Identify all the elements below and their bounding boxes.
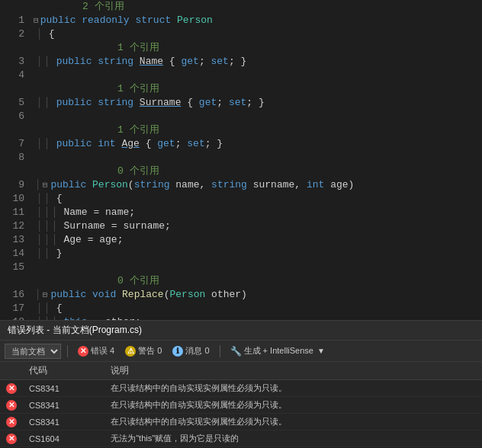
message-filter-btn[interactable]: ℹ 消息 0 [169,344,213,358]
hint-line: 1 个引用 [34,123,482,137]
code-line [34,69,482,82]
error-row[interactable]: ✕CS1604无法为"this"赋值，因为它是只读的 [0,430,482,447]
error-toolbar: 当前文档 ✕ 错误 4 ⚠ 警告 0 ℹ 消息 0 🔧 生成 + Intelli… [0,341,482,362]
code-line [34,110,482,123]
kw-public: public [40,14,82,27]
code-content: 2 个引用 ⊟ public readonly struct Person │{… [31,0,482,320]
error-code-cell: CS8341 [23,397,104,414]
code-line: │││Surname = surname; [34,219,482,233]
error-row[interactable]: ✕CS8341在只读结构中的自动实现实例属性必须为只读。 [0,380,482,397]
error-code-cell: CS1604 [23,430,104,447]
build-dropdown-icon: ▼ [317,347,325,355]
col-icon [0,362,23,380]
code-line: │⊟public void Replace(Person other) [34,288,482,302]
code-line: ││{ [34,192,482,206]
code-line: ││public string Surname { get; set; } [34,96,482,110]
code-line: │⊟public Person(string name, string surn… [34,178,482,192]
col-extra [467,362,482,380]
hint-line: 1 个引用 [34,41,482,55]
collapse-icon2[interactable]: ⊟ [41,178,48,192]
code-line: │{ [34,27,482,41]
code-line: │││this = other; [34,315,482,320]
error-msg-cell: 无法为"this"赋值，因为它是只读的 [104,430,467,447]
code-line [34,261,482,274]
code-line: ││public string Name { get; set; } [34,55,482,69]
error-extra-cell [467,414,482,430]
error-row[interactable]: ✕CS8341在只读结构中的自动实现实例属性必须为只读。 [0,397,482,414]
divider2 [220,345,220,357]
type-person: Person [177,14,213,27]
code-line [34,151,482,165]
code-line: │││Age = age; [34,233,482,247]
code-line: │││Name = name; [34,206,482,219]
code-editor: 1 2 3 4 5 6 7 8 9 10 11 12 13 14 15 16 1… [0,0,482,320]
message-icon-btn: ℹ [172,346,183,357]
collapse-icon3[interactable]: ⊟ [41,288,48,302]
error-type-icon: ✕ [6,417,17,427]
error-icon-btn: ✕ [78,346,88,357]
collapse-icon[interactable]: ⊟ [34,14,39,27]
hint-line: 1 个引用 [34,82,482,96]
error-panel: 错误列表 - 当前文档(Program.cs) 当前文档 ✕ 错误 4 ⚠ 警告… [0,320,482,447]
col-desc: 说明 [104,362,467,380]
error-extra-cell [467,397,482,414]
code-line: ││{ [34,302,482,315]
error-extra-cell [467,430,482,447]
hint-line: 2 个引用 [82,0,124,14]
error-type-icon: ✕ [6,383,17,394]
warning-filter-btn[interactable]: ⚠ 警告 0 [121,344,165,358]
build-btn[interactable]: 🔧 生成 + IntelliSense ▼ [227,344,329,358]
error-extra-cell [467,380,482,397]
error-msg-cell: 在只读结构中的自动实现实例属性必须为只读。 [104,397,467,414]
error-type-icon: ✕ [6,434,17,444]
hint-line: 0 个引用 [34,165,482,178]
kw-struct: struct [135,14,177,27]
error-code-cell: CS8341 [23,380,104,397]
error-panel-title: 错误列表 - 当前文档(Program.cs) [0,321,482,341]
line-numbers: 1 2 3 4 5 6 7 8 9 10 11 12 13 14 15 16 1… [0,0,31,320]
code-line: ││} [34,247,482,261]
error-msg-cell: 在只读结构中的自动实现实例属性必须为只读。 [104,380,467,397]
error-row[interactable]: ✕CS8341在只读结构中的自动实现实例属性必须为只读。 [0,414,482,430]
error-filter-btn[interactable]: ✕ 错误 4 [74,344,118,358]
filter-select[interactable]: 当前文档 [5,344,61,359]
code-line: ││public int Age { get; set; } [34,137,482,151]
divider [67,345,68,357]
error-code-cell: CS8341 [23,414,104,430]
col-code: 代码 [23,362,104,380]
error-msg-cell: 在只读结构中的自动实现实例属性必须为只读。 [104,414,467,430]
code-line: ⊟ public readonly struct Person [34,14,482,27]
kw-readonly: readonly [82,14,135,27]
error-type-icon: ✕ [6,400,17,411]
error-rows: ✕CS8341在只读结构中的自动实现实例属性必须为只读。✕CS8341在只读结构… [0,380,482,447]
warning-icon-btn: ⚠ [125,346,136,357]
hint-line: 0 个引用 [34,274,482,288]
error-table: 代码 说明 ✕CS8341在只读结构中的自动实现实例属性必须为只读。✕CS834… [0,362,482,447]
build-icon: 🔧 [230,346,242,357]
